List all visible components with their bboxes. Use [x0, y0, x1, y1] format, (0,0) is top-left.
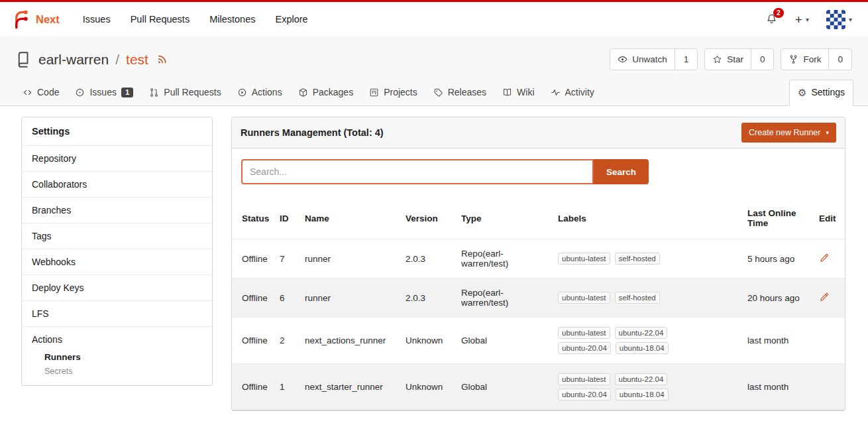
- main-content: Settings Repository Collaborators Branch…: [0, 106, 868, 427]
- nav-item-milestones[interactable]: Milestones: [199, 9, 265, 30]
- tab-pull-requests[interactable]: Pull Requests: [141, 80, 229, 105]
- label-badge: ubuntu-20.04: [558, 389, 611, 400]
- runner-type: Repo(earl-warren/test): [457, 239, 554, 278]
- nav-item-explore[interactable]: Explore: [265, 9, 317, 30]
- runner-last-online: last month: [743, 364, 815, 410]
- watchers-count[interactable]: 1: [675, 49, 698, 70]
- edit-runner-button[interactable]: [819, 253, 830, 263]
- edit-runner-button[interactable]: [819, 292, 830, 302]
- tab-releases[interactable]: Releases: [425, 80, 494, 105]
- runner-version: 2.0.3: [402, 239, 457, 278]
- nav-item-pull-requests[interactable]: Pull Requests: [121, 9, 199, 30]
- tag-icon: [433, 88, 443, 97]
- runner-id: 1: [276, 364, 301, 410]
- runner-name: runner: [301, 239, 402, 278]
- runner-labels: ubuntu-latest self-hosted: [558, 292, 685, 304]
- label-badge: ubuntu-22.04: [615, 327, 668, 339]
- repo-name-link[interactable]: test: [126, 52, 148, 68]
- user-menu[interactable]: ▾: [826, 10, 852, 29]
- fork-label: Fork: [803, 54, 821, 64]
- unwatch-button[interactable]: Unwatch: [610, 49, 675, 70]
- project-board-icon: [369, 88, 379, 97]
- sidebar-title: Settings: [22, 117, 212, 145]
- sidebar-item-branches[interactable]: Branches: [22, 197, 212, 223]
- runner-type: Global: [457, 364, 554, 410]
- repo-tabbar: Code Issues 1 Pull Requests Actions Pa: [0, 70, 868, 106]
- label-badge: ubuntu-latest: [558, 327, 610, 339]
- runner-labels: ubuntu-latest self-hosted: [558, 253, 685, 265]
- label-badge: self-hosted: [615, 253, 660, 265]
- tab-issues[interactable]: Issues 1: [67, 80, 141, 105]
- runner-version: Unknown: [402, 364, 457, 410]
- code-icon: [23, 88, 32, 97]
- sidebar-group-actions: Actions Runners Secrets: [22, 326, 212, 385]
- runner-last-online: 20 hours ago: [743, 278, 815, 318]
- runner-status: Offline: [232, 364, 276, 410]
- runner-status: Offline: [232, 239, 276, 278]
- package-icon: [298, 88, 308, 97]
- chevron-down-icon: ▾: [849, 16, 852, 23]
- sidebar-item-deploy-keys[interactable]: Deploy Keys: [22, 274, 212, 300]
- pull-request-icon: [149, 88, 159, 97]
- stars-count[interactable]: 0: [751, 49, 774, 70]
- runner-version: 2.0.3: [402, 278, 457, 318]
- sidebar-item-actions[interactable]: Actions: [22, 334, 212, 349]
- home-link[interactable]: Next: [11, 9, 60, 29]
- sidebar-item-collaborators[interactable]: Collaborators: [22, 171, 212, 197]
- repo-owner-link[interactable]: earl-warren: [38, 52, 109, 68]
- tab-settings[interactable]: ⚙ Settings: [789, 80, 853, 106]
- search-input[interactable]: [241, 159, 594, 184]
- sidebar-item-tags[interactable]: Tags: [22, 223, 212, 249]
- chevron-down-icon: ▾: [826, 129, 829, 136]
- main-navbar: Next Issues Pull Requests Milestones Exp…: [0, 2, 868, 36]
- tab-code[interactable]: Code: [15, 80, 67, 105]
- runner-last-online: 5 hours ago: [743, 239, 815, 278]
- col-id: ID: [276, 198, 301, 239]
- rss-feed-icon[interactable]: [156, 54, 168, 65]
- star-button[interactable]: Star: [705, 49, 751, 70]
- sidebar-item-secrets[interactable]: Secrets: [22, 363, 212, 377]
- col-type: Type: [457, 198, 554, 239]
- runners-panel-header: Runners Management (Total: 4) Create new…: [231, 117, 845, 149]
- plus-icon: +: [795, 13, 802, 26]
- tab-wiki[interactable]: Wiki: [494, 80, 542, 105]
- runner-version: Unknown: [402, 318, 457, 364]
- runner-id: 7: [276, 239, 301, 278]
- sidebar-item-runners[interactable]: Runners: [22, 349, 212, 363]
- col-name: Name: [301, 198, 402, 239]
- label-badge: ubuntu-18.04: [616, 389, 669, 400]
- forks-count[interactable]: 0: [828, 49, 851, 70]
- star-button-group: Star 0: [704, 48, 774, 70]
- runners-table: Status ID Name Version Type Labels Last …: [232, 198, 845, 410]
- runner-labels: ubuntu-latest ubuntu-22.04 ubuntu-20.04 …: [558, 327, 685, 354]
- label-badge: ubuntu-18.04: [616, 342, 669, 354]
- tab-activity[interactable]: Activity: [543, 80, 602, 105]
- runner-status: Offline: [232, 278, 276, 318]
- sidebar-item-lfs[interactable]: LFS: [22, 300, 212, 326]
- search-button[interactable]: Search: [594, 159, 649, 184]
- label-badge: ubuntu-latest: [558, 253, 610, 265]
- create-runner-button[interactable]: Create new Runner ▾: [741, 123, 836, 143]
- fork-icon: [788, 54, 798, 64]
- fork-button[interactable]: Fork: [781, 49, 828, 70]
- issues-count-badge: 1: [121, 88, 133, 97]
- runner-last-online: last month: [743, 318, 815, 364]
- runners-panel: Runners Management (Total: 4) Create new…: [231, 117, 845, 411]
- notification-count-badge: 2: [773, 8, 784, 18]
- notifications-button[interactable]: 2: [765, 13, 778, 26]
- unwatch-label: Unwatch: [632, 54, 667, 64]
- tab-projects[interactable]: Projects: [361, 80, 425, 105]
- col-version: Version: [402, 198, 457, 239]
- col-status: Status: [232, 198, 276, 239]
- runner-name: next_actions_runner: [301, 318, 402, 364]
- runner-name: next_starter_runner: [301, 364, 402, 410]
- create-new-menu[interactable]: + ▾: [795, 13, 809, 26]
- tab-actions[interactable]: Actions: [229, 80, 290, 105]
- nav-item-issues[interactable]: Issues: [73, 9, 121, 30]
- sidebar-item-webhooks[interactable]: Webhooks: [22, 249, 212, 274]
- label-badge: ubuntu-22.04: [615, 373, 668, 385]
- col-edit: Edit: [815, 198, 845, 239]
- sidebar-item-repository[interactable]: Repository: [22, 145, 212, 171]
- repo-actions: Unwatch 1 Star 0: [610, 48, 852, 70]
- tab-packages[interactable]: Packages: [290, 80, 361, 105]
